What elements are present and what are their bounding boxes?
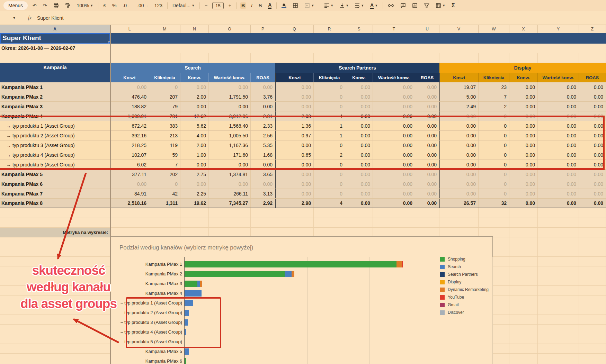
column-header-Y[interactable]: Y: [538, 25, 579, 33]
cell[interactable]: 0.00: [345, 179, 373, 189]
filter-button[interactable]: [422, 2, 431, 9]
cell[interactable]: 79: [149, 102, 180, 111]
cell[interactable]: 202: [149, 170, 180, 179]
cell[interactable]: 0: [314, 92, 345, 101]
subheader-g-display-1[interactable]: Kliknięcia: [479, 73, 509, 82]
cell[interactable]: 476.40: [110, 92, 149, 101]
cell[interactable]: 0.00: [373, 189, 415, 198]
column-header-P[interactable]: P: [251, 25, 275, 33]
subheader-g-display-2[interactable]: Konw.: [509, 73, 538, 82]
cell[interactable]: 0.00: [251, 102, 275, 111]
cell[interactable]: 0.00: [579, 189, 606, 198]
horizontal-align-button[interactable]: ▼: [323, 2, 335, 9]
increase-font-size-button[interactable]: +: [227, 2, 233, 9]
column-header-N[interactable]: N: [180, 25, 209, 33]
redo-button[interactable]: ↷: [42, 2, 48, 9]
zoom-select[interactable]: 100%▼: [75, 2, 95, 9]
cell[interactable]: 2.25: [180, 189, 209, 198]
cell[interactable]: 207: [149, 92, 180, 101]
cell[interactable]: 1,311: [149, 199, 180, 208]
cell[interactable]: 2.75: [180, 170, 209, 179]
cell[interactable]: 0: [314, 189, 345, 198]
metric-on-chart-label[interactable]: Metryka na wykresie:: [0, 228, 110, 237]
cell[interactable]: 7,345.27: [209, 199, 251, 208]
cell[interactable]: 377.11: [110, 170, 149, 179]
bold-button[interactable]: B: [240, 2, 246, 9]
column-header-V[interactable]: V: [439, 25, 479, 33]
paint-format-button[interactable]: [64, 2, 72, 9]
cell[interactable]: 5.00: [439, 92, 479, 101]
cell[interactable]: 19.07: [439, 82, 479, 92]
subheader-g-display-4[interactable]: ROAS: [579, 73, 606, 82]
row-label[interactable]: Kampania PMax 2: [0, 92, 110, 101]
cell[interactable]: 0.00: [415, 82, 439, 92]
row-label[interactable]: Kampania PMax 3: [0, 102, 110, 111]
group-header-search-partners[interactable]: Search Partners: [275, 63, 439, 73]
subheader-g-search-2[interactable]: Konw.: [180, 73, 209, 82]
decrease-font-size-button[interactable]: −: [203, 2, 209, 9]
column-header-A[interactable]: A: [0, 25, 110, 33]
subheader-g-partners-3[interactable]: Wartość konw.: [373, 73, 415, 82]
cell[interactable]: 84.91: [110, 189, 149, 198]
cell[interactable]: 0.00: [275, 179, 314, 189]
cell[interactable]: 0.00: [345, 92, 373, 101]
menus-button[interactable]: Menus: [3, 1, 28, 10]
cell[interactable]: 0.00: [275, 92, 314, 101]
cell[interactable]: 0.00: [415, 199, 439, 208]
cell[interactable]: 0.00: [373, 199, 415, 208]
cell[interactable]: 0.00: [509, 102, 538, 111]
cell[interactable]: 0.00: [538, 102, 579, 111]
cell[interactable]: 0: [479, 179, 509, 189]
cell[interactable]: 0.00: [251, 179, 275, 189]
cell[interactable]: 0.00: [345, 189, 373, 198]
column-header-L[interactable]: L: [110, 25, 149, 33]
period-cell[interactable]: Okres: 2026-01-08 — 2026-02-07: [1, 45, 75, 51]
row-label[interactable]: Kampania PMax 8: [0, 199, 110, 208]
cell[interactable]: 0: [479, 170, 509, 179]
cell[interactable]: 0.00: [509, 179, 538, 189]
cell[interactable]: 0.00: [579, 92, 606, 101]
cell[interactable]: 0.00: [110, 179, 149, 189]
subheader-g-display-3[interactable]: Wartość konw.: [538, 73, 579, 82]
text-color-button[interactable]: A: [267, 2, 273, 9]
insert-chart-button[interactable]: [411, 2, 419, 9]
cell[interactable]: 0.00: [373, 170, 415, 179]
borders-button[interactable]: [291, 2, 300, 9]
cell[interactable]: 0.00: [209, 102, 251, 111]
cell[interactable]: 0.00: [538, 82, 579, 92]
strikethrough-button[interactable]: S: [257, 2, 263, 9]
cell[interactable]: 1,374.81: [209, 170, 251, 179]
row-label[interactable]: Kampania PMax 6: [0, 179, 110, 189]
cell[interactable]: 0.00: [180, 82, 209, 92]
text-wrap-button[interactable]: ▼: [354, 2, 365, 9]
currency-format-button[interactable]: £: [102, 2, 107, 9]
vertical-align-button[interactable]: ▼: [338, 2, 350, 9]
cell[interactable]: 0.00: [373, 92, 415, 101]
cell[interactable]: 0.00: [439, 189, 479, 198]
cell[interactable]: 0.00: [345, 102, 373, 111]
subheader-g-search-4[interactable]: ROAS: [251, 73, 275, 82]
cell[interactable]: 0: [314, 102, 345, 111]
cell[interactable]: 0.00: [251, 82, 275, 92]
cell[interactable]: 23: [479, 82, 509, 92]
percent-format-button[interactable]: %: [111, 2, 118, 9]
cell[interactable]: 26.57: [439, 199, 479, 208]
subheader-g-partners-0[interactable]: Koszt: [275, 73, 314, 82]
pivot-table-button[interactable]: ▼: [434, 2, 447, 9]
insert-link-button[interactable]: [386, 2, 395, 9]
cell[interactable]: 0.00: [509, 82, 538, 92]
row-label[interactable]: Kampania PMax 5: [0, 170, 110, 179]
cell[interactable]: 0.00: [579, 179, 606, 189]
functions-button[interactable]: Σ: [450, 2, 456, 9]
column-header-U[interactable]: U: [415, 25, 439, 33]
cell[interactable]: 2.98: [275, 199, 314, 208]
column-header-Z[interactable]: Z: [579, 25, 606, 33]
subheader-g-search-3[interactable]: Wartość konw.: [209, 73, 251, 82]
column-header-Q[interactable]: Q: [275, 25, 314, 33]
cell[interactable]: 0: [149, 82, 180, 92]
subheader-g-partners-1[interactable]: Kliknięcia: [314, 73, 345, 82]
column-header-O[interactable]: O: [209, 25, 251, 33]
subheader-g-search-1[interactable]: Kliknięcia: [149, 73, 180, 82]
text-rotation-button[interactable]: A ▼: [369, 2, 379, 9]
cell[interactable]: 2,518.16: [110, 199, 149, 208]
